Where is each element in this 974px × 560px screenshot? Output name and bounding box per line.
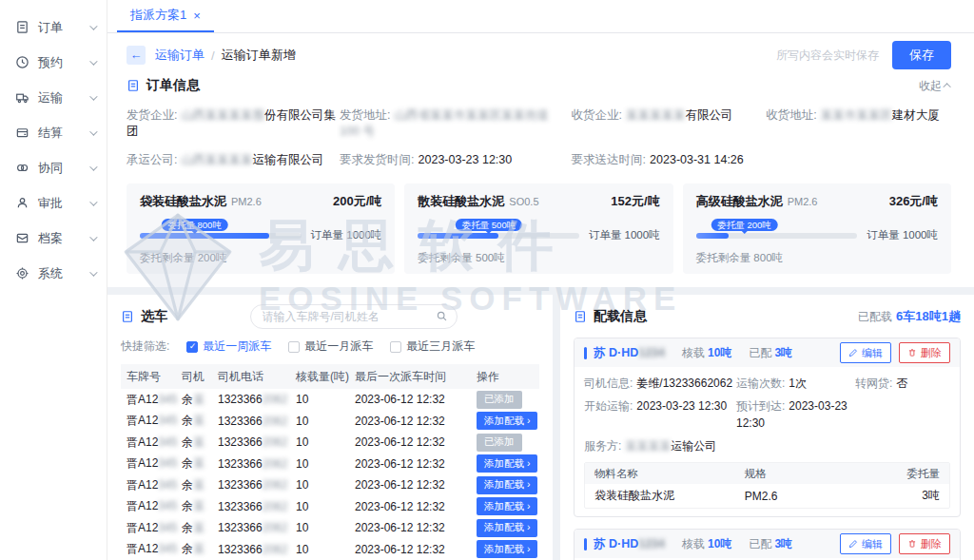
capacity-cell: 10 bbox=[296, 393, 355, 406]
product-name: 袋装硅酸盐水泥 bbox=[140, 193, 226, 210]
vehicle-table: 车牌号 司机 司机电话 核载量(吨) 最后一次派车时间 操作 晋A12345 余… bbox=[121, 364, 539, 560]
plate-cell: 晋A12345 bbox=[127, 498, 182, 514]
capacity-cell: 10 bbox=[296, 415, 355, 428]
chevron-up-icon bbox=[943, 83, 950, 90]
edit-button[interactable]: 编辑 bbox=[840, 533, 891, 554]
load-card-body: 司机信息:姜维/13233662062 运输次数:1次 转网贷:否 开始运输:2… bbox=[575, 367, 960, 516]
filter-checkbox[interactable]: 最近一周派车 bbox=[186, 338, 271, 355]
edit-button[interactable]: 编辑 bbox=[840, 342, 891, 363]
capacity-cell: 10 bbox=[296, 457, 355, 471]
sidebar-item-approval[interactable]: 审批 bbox=[0, 185, 107, 221]
redacted-text: 345 bbox=[158, 499, 177, 512]
save-button[interactable]: 保存 bbox=[892, 41, 951, 69]
tab-bar: 指派方案1 × bbox=[107, 0, 974, 33]
redacted-text: 某 bbox=[193, 393, 205, 406]
phone-cell: 13233662062 bbox=[218, 543, 296, 556]
order-quantity: 订单量 1000吨 bbox=[867, 228, 938, 242]
sidebar-item-transport[interactable]: 运输 bbox=[0, 80, 107, 115]
product-spec: SO0.5 bbox=[509, 196, 538, 207]
chevron-down-icon bbox=[89, 92, 97, 100]
add-load-button[interactable]: 添加配载 › bbox=[477, 540, 537, 558]
plate-cell: 晋A12345 bbox=[127, 541, 182, 557]
sidebar-item-orders[interactable]: 订单 bbox=[0, 10, 107, 45]
driver-cell: 余某 bbox=[182, 520, 218, 536]
phone-cell: 13233662062 bbox=[218, 478, 296, 492]
close-icon[interactable]: × bbox=[193, 9, 201, 23]
redacted-text: 2062 bbox=[263, 435, 288, 449]
summary-label: 已配载 bbox=[858, 310, 892, 323]
app-window: 订单 预约 运输 结算 协同 审批 档案 bbox=[0, 0, 974, 560]
sidebar-item-archive[interactable]: 档案 bbox=[0, 221, 107, 256]
add-load-button[interactable]: 添加配载 › bbox=[477, 519, 537, 537]
summary-value: 6车18吨1趟 bbox=[896, 309, 961, 323]
collapse-toggle[interactable]: 收起 bbox=[919, 78, 951, 94]
sidebar-item-settlement[interactable]: 结算 bbox=[0, 115, 107, 150]
redacted-text: 某 bbox=[193, 414, 205, 427]
product-price: 200元/吨 bbox=[333, 193, 381, 210]
capacity-info: 核载10吨 bbox=[682, 536, 731, 552]
chevron-down-icon bbox=[89, 22, 97, 29]
sidebar-item-reservation[interactable]: 预约 bbox=[0, 45, 107, 80]
filter-checkbox[interactable]: 最近一月派车 bbox=[288, 338, 373, 355]
add-load-button[interactable]: 添加配载 › bbox=[477, 454, 537, 473]
sidebar-item-label: 协同 bbox=[38, 160, 89, 177]
order-quantity: 订单量 1000吨 bbox=[589, 228, 660, 242]
transport-icon bbox=[15, 90, 29, 105]
entrust-remaining: 委托剩余量 200吨 bbox=[140, 251, 381, 265]
collapse-label: 收起 bbox=[919, 78, 942, 94]
redacted-text: 某 bbox=[193, 478, 205, 492]
plate-indicator bbox=[584, 347, 587, 359]
main-area: 指派方案1 × ← 运输订单 / 运输订单新增 所写内容会实时保存 保存 订单信… bbox=[107, 0, 974, 560]
breadcrumb-current: 运输订单新增 bbox=[222, 47, 296, 64]
sidebar: 订单 预约 运输 结算 协同 审批 档案 bbox=[0, 0, 107, 560]
progress-fill bbox=[696, 233, 729, 239]
add-load-button[interactable]: 已添加 bbox=[477, 434, 522, 452]
document-icon bbox=[574, 310, 587, 323]
vehicle-plate: 苏 D·HD1234 bbox=[594, 345, 665, 361]
redacted-text: 345 bbox=[158, 414, 177, 427]
checkbox-icon bbox=[186, 341, 198, 353]
add-load-button[interactable]: 添加配载 › bbox=[477, 476, 537, 494]
add-load-button[interactable]: 已添加 bbox=[477, 391, 522, 409]
redacted-text: 某 bbox=[193, 435, 205, 449]
delete-button[interactable]: 删除 bbox=[899, 533, 950, 554]
add-load-button[interactable]: 添加配载 › bbox=[477, 497, 537, 515]
entrust-badge: 委托量 500吨 bbox=[456, 219, 523, 231]
collaboration-icon bbox=[15, 161, 29, 175]
redacted-text: 山西某某某某股 bbox=[181, 108, 264, 122]
load-card-header: 苏 D·HD1234 核载10吨 已配3吨 编辑 bbox=[575, 530, 960, 558]
sidebar-item-collaboration[interactable]: 协同 bbox=[0, 150, 107, 185]
sidebar-item-system[interactable]: 系统 bbox=[0, 256, 107, 291]
pencil-icon bbox=[848, 348, 858, 357]
order-field: 要求送达时间:2023-03-31 14:26 bbox=[572, 152, 767, 168]
delete-button[interactable]: 删除 bbox=[899, 342, 950, 363]
col-phone: 司机电话 bbox=[218, 369, 296, 385]
entrust-remaining: 委托剩余量 500吨 bbox=[418, 251, 659, 265]
redacted-text: 345 bbox=[158, 542, 177, 555]
chevron-down-icon bbox=[89, 268, 97, 276]
field-value: 运输有限公司 bbox=[252, 153, 323, 166]
chevron-down-icon bbox=[89, 57, 97, 65]
redacted-text: 某某某某某 bbox=[626, 108, 686, 122]
search-input[interactable] bbox=[250, 304, 458, 329]
driver-cell: 余某 bbox=[182, 455, 218, 472]
col-last-dispatch: 最后一次派车时间 bbox=[355, 369, 477, 385]
tab-dispatch-plan[interactable]: 指派方案1 × bbox=[117, 0, 214, 32]
loan-flag: 转网贷:否 bbox=[855, 375, 950, 392]
system-icon bbox=[15, 266, 29, 280]
capacity-cell: 10 bbox=[296, 543, 355, 556]
entrust-badge: 委托量 200吨 bbox=[711, 219, 778, 231]
filter-checkbox[interactable]: 最近三月派车 bbox=[390, 338, 475, 355]
field-label: 收货企业: bbox=[572, 108, 622, 122]
back-button[interactable]: ← bbox=[127, 46, 146, 65]
loaded-info: 已配3吨 bbox=[749, 536, 792, 552]
field-value: 2023-03-31 14:26 bbox=[650, 153, 744, 166]
breadcrumb-parent[interactable]: 运输订单 bbox=[155, 47, 205, 64]
last-dispatch-cell: 2023-06-12 12:32 bbox=[355, 478, 477, 492]
product-spec: PM2.6 bbox=[788, 196, 818, 207]
add-load-button[interactable]: 添加配载 › bbox=[477, 412, 537, 430]
product-name: 散装硅酸盐水泥 bbox=[418, 193, 504, 210]
last-dispatch-cell: 2023-06-12 12:32 bbox=[355, 457, 477, 471]
material-row: 袋装硅酸盐水泥 PM2.6 3吨 bbox=[585, 484, 949, 508]
entrust-progress-bar: 委托量 200吨 bbox=[696, 233, 858, 239]
